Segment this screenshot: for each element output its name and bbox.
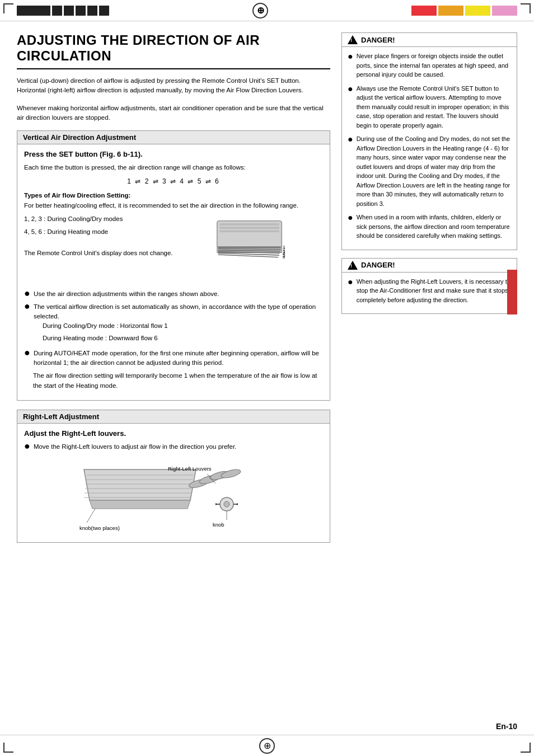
- danger-bullet-1-4: ● When used in a room with infants, chil…: [348, 213, 511, 241]
- intro-text-1: Vertical (up-down) direction of airflow …: [17, 76, 330, 96]
- bullet-text-2-main: The vertical airflow direction is set au…: [34, 303, 316, 320]
- vertical-bullets: ● Use the air direction adjustments with…: [24, 289, 323, 368]
- corner-bottom-right: [521, 743, 531, 753]
- bullet-item-2: ● The vertical airflow direction is set …: [24, 302, 323, 345]
- header-right-pattern: [411, 6, 517, 16]
- header-black-bar5: [87, 6, 97, 16]
- danger-text-1-3: During use of the Cooling and Dry modes,…: [357, 134, 511, 208]
- extra-note-text: The air flow direction setting will temp…: [33, 371, 323, 391]
- right-left-bullets: ● Move the Right-Left louvers to adjust …: [24, 442, 323, 452]
- header-black-bar1: [17, 6, 50, 16]
- vertical-description: Each time the button is pressed, the air…: [24, 163, 323, 173]
- ac-unit-svg: 1 2 3 4: [207, 214, 297, 287]
- header-bar: ⊕: [0, 0, 534, 21]
- left-column: ADJUSTING THE DIRECTION OF AIR CIRCULATI…: [17, 32, 330, 552]
- svg-text:Right-Left Louvers: Right-Left Louvers: [168, 466, 212, 472]
- svg-line-7: [218, 248, 280, 249]
- display-note: The Remote Control Unit's display does n…: [24, 248, 174, 259]
- danger-text-1-1: Never place fingers or foreign objects i…: [357, 51, 511, 79]
- danger-bullet-2-1: ● When adjusting the Right-Left Louvers,…: [348, 277, 511, 305]
- types-text: For better heating/cooling effect, it is…: [24, 201, 323, 211]
- danger-box-2: DANGER! ● When adjusting the Right-Left …: [341, 258, 517, 314]
- range-text-col: 1, 2, 3 : During Cooling/Dry modes 4, 5,…: [24, 214, 174, 287]
- danger-bullet-1-1: ● Never place fingers or foreign objects…: [348, 51, 511, 79]
- bullet-dot-3: ●: [24, 348, 30, 358]
- svg-rect-3: [219, 230, 279, 232]
- vertical-section-box: Vertical Air Direction Adjustment Press …: [17, 130, 330, 401]
- side-tab: [507, 270, 517, 314]
- bullet-text-3-main: During AUTO/HEAT mode operation, for the…: [34, 350, 319, 366]
- corner-top-right: [521, 3, 531, 13]
- right-left-bullet-text: Move the Right-Left louvers to adjust ai…: [34, 442, 236, 452]
- bullet-text-2: The vertical airflow direction is set au…: [34, 302, 323, 345]
- danger-content-2: ● When adjusting the Right-Left Louvers,…: [342, 273, 517, 314]
- bullet-text-3: During AUTO/HEAT mode operation, for the…: [34, 349, 323, 368]
- direction-sequence: 1 ⇌ 2 ⇌ 3 ⇌ 4 ⇌ 5 ⇌ 6: [24, 177, 323, 185]
- footer-bar: ⊕: [0, 735, 534, 756]
- extra-note: The air flow direction setting will temp…: [24, 371, 323, 391]
- header-black-bar2: [52, 6, 62, 16]
- sequence-text: 1 ⇌ 2 ⇌ 3 ⇌ 4 ⇌ 5 ⇌ 6: [127, 177, 219, 185]
- corner-top-left: [3, 3, 13, 13]
- right-left-section-header: Right-Left Adjustment: [17, 410, 330, 424]
- page-container: ⊕ ADJUSTING THE DIRECTION OF AIR CIRCULA…: [0, 0, 534, 756]
- right-column: DANGER! ● Never place fingers or foreign…: [341, 32, 517, 552]
- header-pink-bar: [492, 6, 517, 16]
- page-title: ADJUSTING THE DIRECTION OF AIR CIRCULATI…: [17, 32, 330, 69]
- header-red-bar: [411, 6, 437, 16]
- danger-dot-1-4: ●: [348, 213, 353, 223]
- danger-header-1: DANGER!: [342, 33, 517, 47]
- right-left-bullet-dot: ●: [24, 441, 30, 451]
- svg-point-26: [220, 468, 241, 480]
- two-col-layout: 1, 2, 3 : During Cooling/Dry modes 4, 5,…: [24, 214, 323, 287]
- danger-text-2-1: When adjusting the Right-Left Louvers, i…: [357, 277, 511, 305]
- svg-marker-31: [216, 503, 218, 505]
- bullet-item-3: ● During AUTO/HEAT mode operation, for t…: [24, 349, 323, 368]
- footer-circle-icon: ⊕: [259, 738, 275, 754]
- vertical-section-header: Vertical Air Direction Adjustment: [17, 131, 330, 144]
- svg-marker-32: [236, 503, 238, 505]
- louver-diagram-svg: knob knob(two places) Right-Left Louvers: [78, 458, 269, 537]
- main-content: ADJUSTING THE DIRECTION OF AIR CIRCULATI…: [0, 21, 534, 563]
- ac-diagram-col: 1 2 3 4: [180, 214, 323, 287]
- right-left-section-box: Right-Left Adjustment Adjust the Right-L…: [17, 410, 330, 543]
- corner-bottom-left: [3, 743, 13, 753]
- header-yellow-bar: [465, 6, 490, 16]
- range-1: 1, 2, 3 : During Cooling/Dry modes: [24, 214, 174, 224]
- danger-box-1: DANGER! ● Never place fingers or foreign…: [341, 32, 517, 250]
- indent-item-1: During Cooling/Dry mode : Horizontal flo…: [34, 321, 323, 331]
- danger-dot-1-2: ●: [348, 84, 353, 94]
- header-orange-bar: [438, 6, 463, 16]
- danger-dot-1-1: ●: [348, 51, 353, 62]
- bullet-dot-1: ●: [24, 288, 30, 298]
- danger-text-1-2: Always use the Remote Control Unit's SET…: [357, 84, 511, 130]
- danger-dot-1-3: ●: [348, 134, 353, 144]
- louver-diagram-container: knob knob(two places) Right-Left Louvers: [24, 458, 323, 537]
- right-left-bullet-1: ● Move the Right-Left louvers to adjust …: [24, 442, 323, 452]
- page-number: En-10: [496, 722, 517, 731]
- bullet-dot-2: ●: [24, 301, 30, 311]
- danger-dot-2-1: ●: [348, 277, 353, 287]
- header-black-bar6: [99, 6, 109, 16]
- indent-item-2: During Heating mode : Downward flow 6: [34, 334, 323, 343]
- header-black-bar3: [64, 6, 74, 16]
- danger-bullet-1-2: ● Always use the Remote Control Unit's S…: [348, 84, 511, 130]
- svg-rect-1: [219, 223, 279, 226]
- types-label: Types of Air flow Direction Setting:: [24, 192, 323, 199]
- header-black-bar4: [76, 6, 86, 16]
- svg-text:knob(two places): knob(two places): [79, 525, 120, 531]
- vertical-section-content: Press the SET button (Fig. 6 b-11). Each…: [17, 144, 330, 400]
- vertical-sub-heading: Press the SET button (Fig. 6 b-11).: [24, 150, 323, 158]
- bullet-text-1: Use the air direction adjustments within…: [34, 289, 219, 299]
- right-left-section-content: Adjust the Right-Left louvers. ● Move th…: [17, 424, 330, 542]
- svg-text:6: 6: [283, 255, 285, 260]
- intro-text-2: Whenever making horizontal airflow adjus…: [17, 104, 330, 123]
- header-circle-icon: ⊕: [252, 3, 268, 18]
- danger-triangle-icon-1: [348, 35, 358, 44]
- svg-text:knob: knob: [213, 522, 224, 528]
- bullet-item-1: ● Use the air direction adjustments with…: [24, 289, 323, 299]
- danger-title-1: DANGER!: [361, 36, 395, 44]
- danger-triangle-icon-2: [348, 261, 358, 270]
- svg-rect-2: [219, 227, 279, 229]
- header-left-pattern: [17, 6, 109, 16]
